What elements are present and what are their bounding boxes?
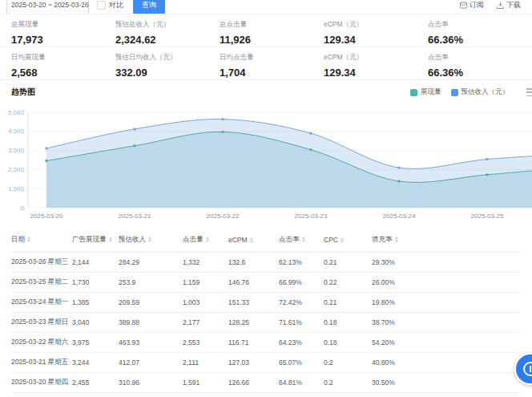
- y-axis-tick-label: 5,000: [8, 109, 25, 116]
- table-cell: 0.2: [324, 372, 372, 392]
- stat-label: 点击率: [428, 53, 532, 63]
- column-header[interactable]: 日期: [11, 228, 72, 252]
- subscribe-button[interactable]: 订阅: [460, 0, 484, 10]
- table-cell: 126.66: [228, 372, 279, 392]
- date-range-input[interactable]: 2025-03-20 ~ 2025-03-26: [6, 0, 89, 14]
- chart-header: 趋势图 展现量 预估收入（元）: [0, 80, 532, 104]
- stat-card: 总点击量11,926: [220, 20, 324, 47]
- table-cell: 2,111: [183, 352, 228, 372]
- sort-icon[interactable]: [27, 237, 30, 243]
- x-axis-tick-label: 2025-03-21: [119, 213, 151, 220]
- x-axis-tick-label: 2025-03-22: [207, 213, 240, 220]
- table-cell: 2,455: [72, 372, 119, 392]
- table-cell: 1,385: [72, 292, 119, 312]
- chart-toolbox-icon[interactable]: [526, 88, 532, 96]
- sort-icon[interactable]: [302, 237, 305, 243]
- data-point-marker[interactable]: [45, 160, 47, 162]
- table-cell: 19.80%: [372, 292, 521, 312]
- table-cell: 3,975: [72, 332, 119, 352]
- data-point-marker[interactable]: [486, 173, 488, 176]
- sort-icon[interactable]: [341, 237, 344, 244]
- table-cell: 310.96: [119, 372, 183, 392]
- table-cell: 2025-03-21 星期五: [11, 352, 72, 372]
- table-cell: 38.70%: [372, 312, 521, 332]
- legend-item-revenue[interactable]: 预估收入（元）: [451, 87, 510, 97]
- column-header[interactable]: 点击率: [279, 228, 324, 252]
- dashboard-page: 2025-03-20 ~ 2025-03-26 对比 查询 订阅: [0, 0, 532, 397]
- data-point-marker[interactable]: [397, 166, 400, 168]
- data-point-marker[interactable]: [221, 118, 224, 120]
- data-point-marker[interactable]: [486, 158, 488, 160]
- service-icon: [523, 362, 532, 376]
- subscribe-icon: [460, 2, 467, 9]
- table-cell: 0.21: [324, 292, 372, 312]
- sort-icon[interactable]: [395, 237, 398, 243]
- stat-label: 日均展现量: [11, 53, 115, 63]
- table-cell: 1,003: [183, 292, 228, 312]
- table-cell: 463.93: [119, 332, 183, 352]
- y-axis-tick-label: 2,000: [8, 166, 25, 173]
- column-header[interactable]: 点击量: [183, 228, 228, 252]
- table-cell: 29.30%: [372, 252, 521, 272]
- table-cell: 146.76: [228, 272, 279, 292]
- table-cell: 253.9: [119, 272, 183, 292]
- sort-icon[interactable]: [148, 237, 151, 243]
- summary-stats: 总展现量17,973预估总收入（元）2,324.62总点击量11,926eCPM…: [0, 14, 532, 80]
- column-header[interactable]: 填充率: [372, 228, 521, 252]
- table-cell: 132.6: [228, 252, 279, 272]
- table-row: 2025-03-23 星期日3,040389.882,177128.2571.6…: [11, 312, 521, 332]
- table-cell: 1,332: [183, 252, 228, 272]
- data-point-marker[interactable]: [221, 131, 224, 133]
- table-cell: 0.22: [324, 272, 372, 292]
- compare-checkbox[interactable]: [97, 1, 106, 10]
- table-cell: 1,730: [72, 272, 119, 292]
- download-button[interactable]: 下载: [497, 0, 521, 10]
- column-header[interactable]: 预估收入: [119, 228, 183, 252]
- table-cell: 40.80%: [372, 352, 521, 372]
- stat-value: 1,704: [220, 67, 324, 79]
- sort-icon[interactable]: [250, 237, 253, 244]
- table-cell: 62.13%: [279, 252, 324, 272]
- stat-card: 预估日均收入（元）332.09: [115, 53, 220, 79]
- table-cell: 0.2: [324, 352, 372, 372]
- stat-value: 2,568: [11, 67, 115, 79]
- table-row: 2025-03-26 星期三2,144284.291,332132.662.13…: [11, 252, 521, 272]
- table-cell: 128.25: [228, 312, 279, 332]
- download-icon: [497, 2, 504, 9]
- trend-area-chart[interactable]: 01,0002,0003,0004,0005,0002025-03-202025…: [0, 104, 532, 225]
- sort-icon[interactable]: [206, 237, 209, 243]
- stat-label: 总展现量: [11, 20, 115, 30]
- x-axis-tick-label: 2025-03-20: [30, 213, 63, 220]
- data-point-marker[interactable]: [45, 147, 47, 149]
- table-cell: 151.33: [228, 292, 279, 312]
- y-axis-tick-label: 1,000: [8, 185, 25, 192]
- legend-swatch-revenue: [451, 89, 458, 96]
- column-header[interactable]: eCPM: [228, 228, 279, 252]
- table-cell: 412.07: [119, 352, 183, 372]
- data-point-marker[interactable]: [309, 132, 312, 135]
- x-axis-tick-label: 2025-03-23: [295, 213, 328, 220]
- stat-card: 总展现量17,973: [11, 20, 115, 47]
- stat-label: eCPM（元）: [324, 53, 428, 63]
- column-header[interactable]: CPC: [324, 228, 372, 252]
- y-axis-tick-label: 3,000: [8, 147, 25, 154]
- stat-label: eCPM（元）: [324, 20, 428, 30]
- table-cell: 2025-03-23 星期日: [11, 312, 72, 332]
- stat-value: 129.34: [324, 67, 428, 79]
- stat-card: 日均展现量2,568: [11, 53, 115, 79]
- table-cell: 2025-03-25 星期二: [11, 272, 72, 292]
- query-button[interactable]: 查询: [133, 0, 165, 14]
- stat-value: 129.34: [324, 34, 428, 46]
- date-range-value: 2025-03-20 ~ 2025-03-26: [11, 1, 89, 9]
- legend-item-impressions[interactable]: 展现量: [410, 87, 441, 97]
- y-axis-tick-label: 4,000: [8, 128, 25, 135]
- data-point-marker[interactable]: [397, 180, 400, 182]
- sort-icon[interactable]: [109, 237, 112, 243]
- table-cell: 0.18: [324, 332, 372, 352]
- data-point-marker[interactable]: [133, 128, 135, 130]
- column-header[interactable]: 广告展现量: [72, 228, 119, 252]
- table-cell: 2,177: [183, 312, 228, 332]
- data-point-marker[interactable]: [309, 148, 312, 151]
- data-point-marker[interactable]: [133, 144, 135, 147]
- stat-label: 点击率: [428, 20, 532, 30]
